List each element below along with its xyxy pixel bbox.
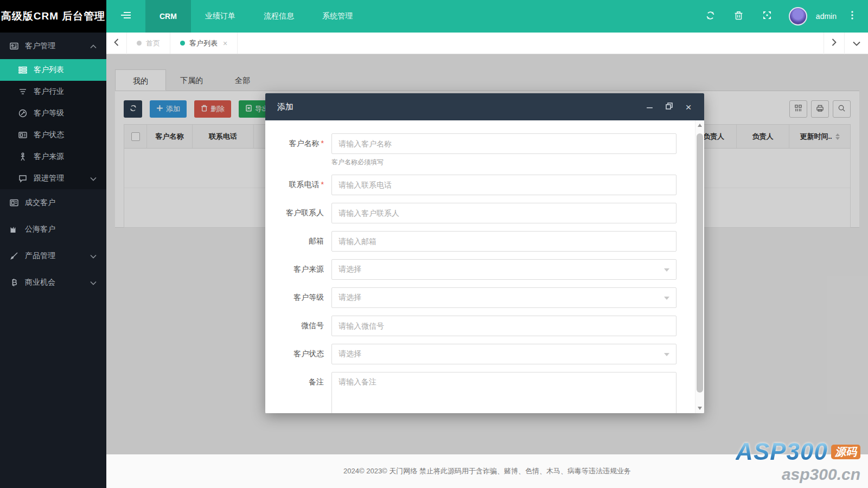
page: 高级版CRM 后台管理 CRM 业绩订单 流程信息 系统管理 (0, 0, 868, 488)
refresh-icon (706, 11, 715, 22)
field-helper-text: 客户名称必须填写 (331, 158, 676, 167)
fullscreen-icon (763, 11, 771, 22)
username[interactable]: admin (816, 12, 837, 21)
idcard-icon (10, 42, 18, 50)
sidebar-item-business-opportunity[interactable]: 商业机会 (0, 269, 106, 296)
dialog-title: 添加 (277, 102, 637, 112)
topbar: 高级版CRM 后台管理 CRM 业绩订单 流程信息 系统管理 (0, 0, 868, 33)
topnav-item-orders[interactable]: 业绩订单 (191, 0, 250, 33)
sidebar-item-public-sea[interactable]: 公海客户 (0, 216, 106, 242)
top-navigation: CRM 业绩订单 流程信息 系统管理 (106, 0, 699, 33)
deal-card-icon (10, 198, 18, 207)
dialog-scrollbar[interactable] (695, 120, 704, 413)
scroll-down-icon[interactable] (695, 404, 704, 413)
form-row-contact-person: 客户联系人 (276, 203, 676, 223)
status-card-icon (18, 131, 27, 139)
dialog-header[interactable]: 添加 × (265, 93, 704, 120)
level-icon (18, 109, 27, 118)
tabs-scroll-left-button[interactable] (106, 33, 127, 54)
chevron-up-icon (90, 42, 97, 50)
sidebar-item-customer-list[interactable]: 客户列表 (0, 59, 106, 81)
fullscreen-button[interactable] (755, 0, 779, 33)
sidebar-item-follow-mgmt[interactable]: 跟进管理 (0, 168, 106, 189)
topnav-item-flow[interactable]: 流程信息 (250, 0, 308, 33)
maximize-button[interactable] (662, 100, 676, 114)
copyright-text: 2024© 2023© 天门网络 禁止将此源码用于含诈骗、赌博、色情、木马、病毒… (343, 466, 631, 476)
chevron-down-icon (90, 252, 97, 260)
sidebar-item-customer-level[interactable]: 客户等级 (0, 102, 106, 124)
email-input[interactable] (331, 231, 676, 252)
minimize-icon (646, 102, 653, 112)
sidebar-item-customer-source[interactable]: 客户来源 (0, 146, 106, 168)
form-row-status: 客户状态 请选择 (276, 344, 676, 364)
chevron-down-icon (853, 38, 860, 48)
topnav-item-crm[interactable]: CRM (145, 0, 191, 33)
phone-input[interactable] (331, 175, 676, 195)
form-row-source: 客户来源 请选择 (276, 259, 676, 280)
caret-down-icon (664, 297, 669, 300)
contact-person-input[interactable] (331, 203, 676, 223)
caret-down-icon (664, 268, 669, 272)
customer-status-select[interactable]: 请选择 (331, 344, 676, 364)
clear-cache-button[interactable] (727, 0, 751, 33)
required-asterisk: * (321, 180, 324, 189)
tabs-scroll-right-button[interactable] (824, 33, 844, 54)
sidebar-item-customer-industry[interactable]: 客户行业 (0, 81, 106, 102)
page-tab-customer-list[interactable]: 客户列表 × (170, 33, 238, 54)
form-row-remark: 备注 (276, 372, 676, 413)
sidebar-toggle-button[interactable] (106, 0, 145, 33)
wechat-input[interactable] (331, 316, 676, 336)
add-customer-dialog: 添加 × 客户名称* 客户名称必须填写 联系电话* 客户联系 (265, 93, 704, 413)
customer-name-input[interactable] (331, 133, 676, 154)
industry-lines-icon (18, 87, 27, 96)
footer: 2024© 2023© 天门网络 禁止将此源码用于含诈骗、赌博、色情、木马、病毒… (106, 454, 868, 488)
person-icon (18, 152, 27, 161)
topbar-right: admin (699, 0, 868, 33)
sidebar-item-customer-status[interactable]: 客户状态 (0, 124, 106, 146)
kebab-menu-icon (851, 11, 853, 22)
customer-level-select[interactable]: 请选择 (331, 287, 676, 308)
tabs-menu-button[interactable] (844, 33, 868, 54)
status-dot (137, 41, 142, 46)
list-icon (18, 66, 27, 74)
scroll-up-icon[interactable] (695, 121, 704, 130)
close-icon: × (685, 102, 691, 112)
user-avatar[interactable] (789, 7, 807, 25)
chevron-down-icon (90, 174, 97, 183)
brand-logo: 高级版CRM 后台管理 (0, 0, 106, 33)
chevron-left-icon (114, 38, 119, 48)
customer-source-select[interactable]: 请选择 (331, 259, 676, 280)
menu-toggle-icon (121, 11, 131, 21)
minimize-button[interactable] (642, 100, 656, 114)
trash-icon (735, 11, 743, 22)
bitcoin-icon (10, 278, 18, 287)
chevron-right-icon (832, 38, 837, 48)
restore-icon (666, 102, 673, 112)
form-row-email: 邮箱 (276, 231, 676, 252)
scrollbar-thumb[interactable] (697, 133, 703, 393)
sidebar-item-product-mgmt[interactable]: 产品管理 (0, 242, 106, 269)
status-dot (180, 41, 185, 46)
dialog-body: 客户名称* 客户名称必须填写 联系电话* 客户联系人 邮箱 客户来源 (265, 120, 695, 413)
form-row-wechat: 微信号 (276, 316, 676, 336)
form-row-customer-name: 客户名称* 客户名称必须填写 (276, 133, 676, 167)
page-tabbar: 首页 客户列表 × (106, 33, 868, 54)
chevron-down-icon (90, 278, 97, 287)
chart-icon (10, 225, 18, 234)
caret-down-icon (664, 353, 669, 356)
form-row-phone: 联系电话* (276, 175, 676, 195)
page-tab-home[interactable]: 首页 (127, 33, 170, 54)
brush-icon (10, 252, 18, 260)
comment-icon (18, 174, 27, 183)
sidebar: 客户管理 客户列表 客户行业 客户等级 (0, 33, 106, 488)
sidebar-item-customer-mgmt[interactable]: 客户管理 (0, 33, 106, 59)
close-icon[interactable]: × (223, 39, 227, 48)
required-asterisk: * (321, 139, 324, 147)
form-row-level: 客户等级 请选择 (276, 287, 676, 308)
user-menu-button[interactable] (844, 0, 860, 33)
remark-textarea[interactable] (331, 372, 676, 413)
refresh-button[interactable] (699, 0, 723, 33)
close-dialog-button[interactable]: × (681, 100, 695, 114)
topnav-item-system[interactable]: 系统管理 (308, 0, 367, 33)
sidebar-item-deal-customers[interactable]: 成交客户 (0, 189, 106, 216)
